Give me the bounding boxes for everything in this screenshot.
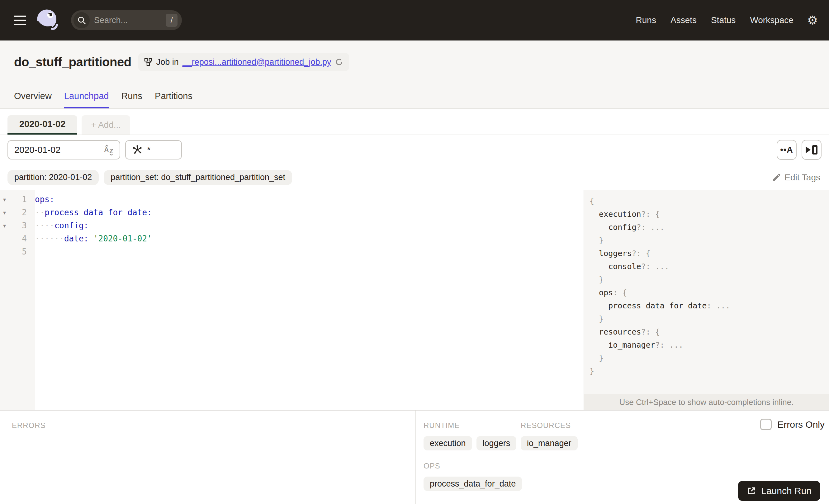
schema-line[interactable]: { (589, 195, 829, 208)
op-graph-icon (132, 145, 143, 155)
config-editor[interactable]: ▾1ops:▾2··process_data_for_date:▾3····co… (0, 190, 584, 410)
svg-text:A: A (104, 146, 109, 153)
line-number: 3 (11, 221, 31, 230)
nav-link-runs[interactable]: Runs (636, 15, 656, 25)
launch-external-icon (747, 486, 756, 496)
toggle-panel-button[interactable] (802, 140, 822, 160)
menu-icon[interactable] (14, 15, 26, 25)
global-search[interactable]: / (71, 10, 182, 30)
op-selector-value: * (147, 145, 151, 155)
selector-row: A Z * ••A (0, 135, 829, 165)
launchpad-editor-area: ▾1ops:▾2··process_data_for_date:▾3····co… (0, 190, 829, 410)
line-number: 2 (11, 208, 31, 217)
resources-label: RESOURCES (521, 421, 578, 430)
schema-line[interactable]: process_data_for_date: ... (589, 299, 829, 313)
errors-only-label: Errors Only (777, 419, 825, 430)
pencil-icon (772, 173, 781, 182)
launch-run-label: Launch Run (761, 485, 812, 496)
config-editor-lines: ▾1ops:▾2··process_data_for_date:▾3····co… (0, 190, 584, 258)
bottom-panel: ERRORS RUNTIME execution loggers OPS pro… (0, 410, 829, 504)
errors-only-toggle[interactable]: Errors Only (760, 419, 825, 430)
nav-link-workspace[interactable]: Workspace (750, 15, 793, 25)
errors-label: ERRORS (12, 421, 416, 430)
schema-line[interactable]: execution?: { (589, 208, 829, 221)
fold-arrow-icon[interactable]: ▾ (0, 222, 11, 229)
nav-links: Runs Assets Status Workspace (636, 15, 793, 25)
add-config-tab-button[interactable]: + Add... (82, 115, 130, 135)
autocomplete-button[interactable]: ••A (777, 140, 797, 160)
reload-icon[interactable] (335, 58, 344, 66)
config-schema-panel: { execution?: { config?: ... } loggers?:… (584, 190, 829, 410)
ops-chip-process-data-for-date[interactable]: process_data_for_date (424, 477, 522, 491)
schema-line[interactable]: loggers?: { (589, 247, 829, 260)
editor-line[interactable]: 4······date: '2020-01-02' (0, 232, 584, 245)
partition-selector[interactable]: A Z (7, 140, 120, 159)
editor-line[interactable]: ▾1ops: (0, 193, 584, 206)
schema-line[interactable]: config?: ... (589, 221, 829, 234)
tag-partition-set[interactable]: partition_set: do_stuff_partitioned_part… (104, 170, 292, 185)
nav-link-status[interactable]: Status (711, 15, 735, 25)
autocomplete-hint: Use Ctrl+Space to show auto-completions … (584, 394, 829, 410)
schema-line[interactable]: } (589, 273, 829, 286)
tab-launchpad[interactable]: Launchpad (64, 91, 109, 108)
schema-line[interactable]: } (589, 352, 829, 365)
page-header: do_stuff_partitioned Job in __reposi...a… (0, 40, 829, 109)
schema-line[interactable]: console?: ... (589, 260, 829, 273)
config-tabs-row: 2020-01-02 + Add... (0, 109, 829, 135)
schema-lines: { execution?: { config?: ... } loggers?:… (584, 190, 829, 394)
tags-row: partition: 2020-01-02 partition_set: do_… (0, 165, 829, 190)
editor-line[interactable]: 5 (0, 245, 584, 258)
ops-label: OPS (424, 462, 521, 470)
fold-arrow-icon[interactable]: ▾ (0, 209, 11, 216)
nav-link-assets[interactable]: Assets (671, 15, 697, 25)
editor-line[interactable]: ▾2··process_data_for_date: (0, 206, 584, 219)
job-file-link[interactable]: __reposi...artitioned@partitioned_job.py (182, 57, 331, 67)
edit-tags-label: Edit Tags (785, 173, 820, 183)
editor-line[interactable]: ▾3····config: (0, 219, 584, 232)
runtime-label: RUNTIME (424, 421, 521, 430)
line-number: 4 (11, 234, 31, 243)
config-tab-active[interactable]: 2020-01-02 (7, 115, 77, 135)
partition-input[interactable] (14, 145, 103, 155)
resources-chip-io-manager[interactable]: io_manager (521, 436, 578, 451)
runtime-chip-execution[interactable]: execution (424, 436, 472, 451)
tag-partition[interactable]: partition: 2020-01-02 (7, 170, 99, 185)
schema-line[interactable]: } (589, 234, 829, 247)
tab-runs[interactable]: Runs (121, 91, 142, 108)
search-icon (73, 12, 90, 28)
dagster-logo-icon[interactable] (35, 8, 60, 33)
settings-gear-icon[interactable]: ⚙ (807, 14, 818, 26)
job-origin-badge: Job in __reposi...artitioned@partitioned… (138, 53, 350, 71)
errors-only-checkbox[interactable] (760, 419, 772, 430)
top-nav: / Runs Assets Status Workspace ⚙ (0, 0, 829, 40)
job-badge-prefix: Job in (156, 57, 179, 67)
page-title: do_stuff_partitioned (14, 55, 132, 69)
schema-line[interactable]: } (589, 365, 829, 378)
tab-overview[interactable]: Overview (14, 91, 52, 108)
schema-line[interactable]: io_manager?: ... (589, 338, 829, 352)
search-input[interactable] (90, 15, 166, 25)
page-tabs: Overview Launchpad Runs Partitions (14, 91, 192, 108)
op-selector[interactable]: * (125, 140, 182, 159)
tab-partitions[interactable]: Partitions (155, 91, 192, 108)
line-number: 5 (11, 247, 31, 256)
runtime-chip-loggers[interactable]: loggers (476, 436, 517, 451)
errors-section: ERRORS (0, 410, 416, 504)
schema-line[interactable]: ops: { (589, 286, 829, 299)
autocomplete-icon: ••A (780, 145, 793, 155)
search-shortcut-badge: / (166, 14, 178, 27)
line-number: 1 (11, 195, 31, 204)
edit-tags-button[interactable]: Edit Tags (772, 173, 820, 183)
schema-line[interactable]: } (589, 313, 829, 325)
svg-text:Z: Z (109, 148, 113, 154)
job-graph-icon (144, 58, 153, 66)
launch-run-button[interactable]: Launch Run (738, 481, 820, 501)
schema-line[interactable]: resources?: { (589, 325, 829, 338)
play-panel-icon (806, 145, 818, 154)
sort-az-icon: A Z (103, 144, 115, 155)
fold-arrow-icon[interactable]: ▾ (0, 196, 11, 203)
